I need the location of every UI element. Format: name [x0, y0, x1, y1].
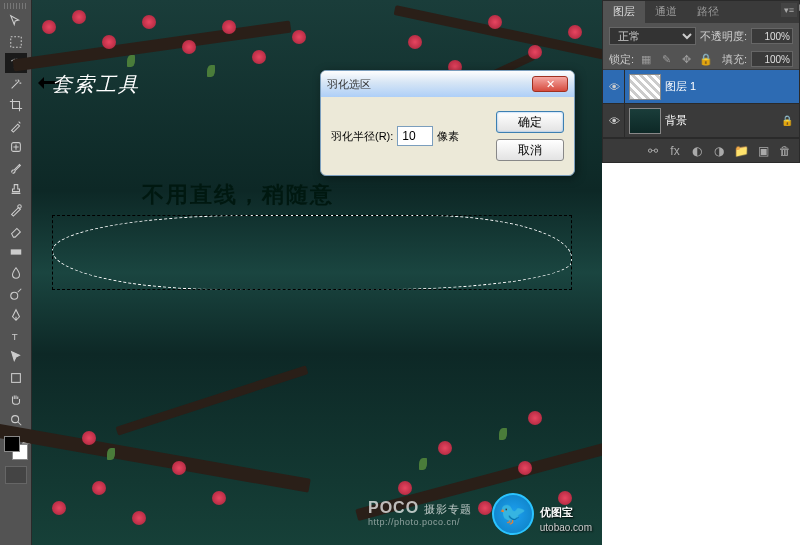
bird-icon: 🐦	[492, 493, 534, 535]
svg-rect-6	[11, 374, 20, 383]
svg-text:T: T	[11, 331, 17, 342]
utobao-watermark: 🐦 优图宝utobao.com	[492, 493, 592, 535]
freehand-annotation: 不用直线，稍随意	[142, 180, 334, 210]
tab-layers[interactable]: 图层	[603, 1, 645, 23]
layer-name[interactable]: 图层 1	[665, 79, 797, 94]
dialog-title: 羽化选区	[327, 77, 371, 92]
lock-label: 锁定:	[609, 52, 634, 67]
layer-row[interactable]: 👁 背景 🔒	[603, 104, 799, 138]
path-select-tool[interactable]	[5, 347, 27, 367]
layer-row[interactable]: 👁 图层 1	[603, 70, 799, 104]
group-icon[interactable]: 📁	[731, 142, 751, 160]
shape-tool[interactable]	[5, 368, 27, 388]
adjustment-icon[interactable]: ◑	[709, 142, 729, 160]
eyedropper-tool[interactable]	[5, 116, 27, 136]
visibility-icon[interactable]: 👁	[605, 104, 625, 137]
link-icon[interactable]: ⚯	[643, 142, 663, 160]
svg-point-4	[10, 292, 17, 299]
stamp-tool[interactable]	[5, 179, 27, 199]
fill-input[interactable]	[751, 51, 793, 67]
blend-mode-select[interactable]: 正常	[609, 27, 696, 45]
layers-panel: ◀◀ 图层 通道 路径 ▾≡ 正常 不透明度: 锁定: ▦ ✎ ✥ 🔒 填充: …	[602, 0, 800, 163]
dialog-titlebar[interactable]: 羽化选区 ✕	[321, 71, 574, 97]
lock-trans-icon[interactable]: ▦	[638, 51, 654, 67]
layer-name[interactable]: 背景	[665, 113, 777, 128]
hand-tool[interactable]	[5, 389, 27, 409]
opacity-input[interactable]	[751, 28, 793, 44]
healing-tool[interactable]	[5, 137, 27, 157]
feather-dialog: 羽化选区 ✕ 羽化半径(R): 像素 确定 取消	[320, 70, 575, 176]
svg-point-7	[11, 416, 18, 423]
dodge-tool[interactable]	[5, 284, 27, 304]
unit-label: 像素	[437, 129, 459, 144]
panels-area: ◀◀ 图层 通道 路径 ▾≡ 正常 不透明度: 锁定: ▦ ✎ ✥ 🔒 填充: …	[602, 0, 800, 545]
history-brush-tool[interactable]	[5, 200, 27, 220]
radius-label: 羽化半径(R):	[331, 129, 393, 144]
mask-icon[interactable]: ◐	[687, 142, 707, 160]
marquee-selection	[52, 215, 572, 290]
layer-list: 👁 图层 1 👁 背景 🔒	[603, 70, 799, 138]
blur-tool[interactable]	[5, 263, 27, 283]
toolbox: T	[0, 0, 32, 545]
lock-move-icon[interactable]: ✥	[678, 51, 694, 67]
fill-label: 填充:	[722, 52, 747, 67]
gradient-tool[interactable]	[5, 242, 27, 262]
wand-tool[interactable]	[5, 74, 27, 94]
cancel-button[interactable]: 取消	[496, 139, 564, 161]
radius-input[interactable]	[397, 126, 433, 146]
panel-tabs: 图层 通道 路径 ▾≡	[603, 1, 799, 23]
type-tool[interactable]: T	[5, 326, 27, 346]
marquee-tool[interactable]	[5, 32, 27, 52]
crop-tool[interactable]	[5, 95, 27, 115]
close-button[interactable]: ✕	[532, 76, 568, 92]
visibility-icon[interactable]: 👁	[605, 70, 625, 103]
brush-tool[interactable]	[5, 158, 27, 178]
lock-all-icon[interactable]: 🔒	[698, 51, 714, 67]
ok-button[interactable]: 确定	[496, 111, 564, 133]
lasso-annotation: 套索工具	[52, 71, 140, 98]
foreground-swatch[interactable]	[4, 436, 20, 452]
poco-watermark: POCO 摄影专题 http://photo.poco.cn/	[368, 499, 472, 527]
panel-footer: ⚯ fx ◐ ◑ 📁 ▣ 🗑	[603, 138, 799, 162]
eraser-tool[interactable]	[5, 221, 27, 241]
toolbox-grip	[4, 3, 27, 9]
pen-tool[interactable]	[5, 305, 27, 325]
layer-thumb[interactable]	[629, 108, 661, 134]
fx-icon[interactable]: fx	[665, 142, 685, 160]
new-layer-icon[interactable]: ▣	[753, 142, 773, 160]
svg-rect-0	[10, 37, 21, 48]
lock-icon: 🔒	[781, 115, 793, 126]
tab-channels[interactable]: 通道	[645, 1, 687, 23]
svg-point-2	[17, 205, 21, 209]
opacity-label: 不透明度:	[700, 29, 747, 44]
layer-thumb[interactable]	[629, 74, 661, 100]
svg-rect-3	[10, 249, 21, 254]
panel-menu-icon[interactable]: ▾≡	[781, 3, 797, 17]
quickmask-toggle[interactable]	[5, 466, 27, 484]
tab-paths[interactable]: 路径	[687, 1, 729, 23]
lock-paint-icon[interactable]: ✎	[658, 51, 674, 67]
move-tool[interactable]	[5, 11, 27, 31]
trash-icon[interactable]: 🗑	[775, 142, 795, 160]
